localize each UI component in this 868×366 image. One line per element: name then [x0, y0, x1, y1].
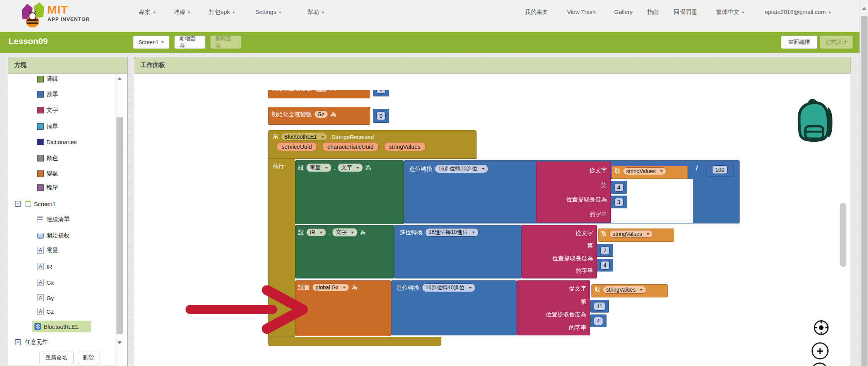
menu-projects[interactable]: 專案: [139, 9, 156, 16]
variable-dropdown[interactable]: stringValues: [623, 167, 666, 175]
component-dropdown[interactable]: 電量: [306, 163, 331, 172]
number-block[interactable]: 11: [590, 300, 609, 313]
menu-build-apk[interactable]: 打包apk: [209, 9, 235, 16]
tree-item-any-component[interactable]: + 任意元件: [15, 337, 48, 347]
page-scrollbar-thumb[interactable]: [861, 16, 868, 366]
delete-button[interactable]: 刪除: [78, 352, 99, 364]
menu-settings[interactable]: Settings: [255, 9, 282, 15]
palette-item-math[interactable]: 數學: [37, 89, 58, 99]
convert-mode-dropdown[interactable]: 16進位轉10進位: [422, 284, 475, 292]
convert-mode-dropdown[interactable]: 16進位轉10進位: [435, 165, 488, 173]
variable-name-field[interactable]: Gz: [314, 110, 328, 118]
palette-item-text[interactable]: 文字: [37, 105, 58, 115]
link-gallery[interactable]: Gallery: [614, 9, 633, 15]
convert-mode-dropdown[interactable]: 16進位轉10進位: [425, 228, 478, 237]
palette-item-dictionaries[interactable]: Dictionaries: [37, 137, 77, 146]
segment-text-block[interactable]: 從文字 第 位置提取長度為 的字串: [536, 162, 611, 223]
menu-language[interactable]: 繁体中文: [716, 9, 745, 16]
number-block[interactable]: 4: [590, 314, 607, 327]
palette-item-colors[interactable]: 顏色: [37, 153, 58, 163]
segment-text-block[interactable]: 從文字 第 位置提取長度為 的字串: [521, 225, 597, 278]
variable-dropdown[interactable]: stringValues: [609, 230, 653, 238]
param-stringvalues[interactable]: stringValues: [384, 142, 425, 151]
base-convert-block[interactable]: 進位轉換 16進位轉10進位: [391, 280, 517, 335]
logo-text-mit[interactable]: MIT: [47, 3, 68, 16]
tree-item-label-battery[interactable]: A電量: [37, 246, 58, 255]
component-dropdown[interactable]: IR: [306, 229, 326, 236]
canvas-scrollbar-thumb[interactable]: [840, 203, 846, 267]
link-report-issue[interactable]: 回報問題: [674, 9, 697, 16]
variable-dropdown[interactable]: global Gx: [312, 284, 349, 291]
property-dropdown[interactable]: 文字: [332, 228, 357, 237]
number-block[interactable]: 0: [373, 109, 389, 123]
form-icon: [25, 201, 31, 207]
get-stringvalues-block[interactable]: 取 stringValues: [598, 229, 674, 242]
designer-view-button[interactable]: 畫面編排: [781, 36, 817, 49]
set-ir-text-block[interactable]: 設 IR . 文字 為: [295, 225, 394, 278]
zoom-in-button[interactable]: +: [812, 342, 829, 359]
link-my-projects[interactable]: 我的專案: [525, 9, 548, 16]
event-block-bottom[interactable]: [268, 337, 441, 346]
param-characteristicuuid[interactable]: characteristicUuid: [322, 142, 378, 151]
logo-text-app-inventor[interactable]: APP INVENTOR: [48, 16, 90, 22]
palette-scrollbar[interactable]: [115, 74, 125, 366]
procedures-color-swatch-icon: [37, 184, 44, 191]
number-block[interactable]: 7: [597, 244, 613, 257]
property-dropdown[interactable]: 文字: [338, 163, 363, 172]
caret-down-icon: [660, 170, 663, 172]
number-block[interactable]: 4: [611, 181, 627, 194]
screen-selector-dropdown[interactable]: Screen1: [133, 36, 169, 49]
tree-item-button[interactable]: 開始接收: [37, 231, 70, 240]
palette-item-lists[interactable]: 清單: [37, 122, 58, 131]
page-scrollbar[interactable]: [859, 0, 868, 366]
add-screen-button[interactable]: 新增螢幕: [174, 36, 205, 49]
init-global-gy-block[interactable]: 初始化全域變數 Gy 為: [268, 90, 370, 98]
menu-connect[interactable]: 連線: [174, 9, 191, 16]
number-block[interactable]: 3: [611, 196, 627, 208]
scroll-up-icon[interactable]: [117, 77, 122, 80]
tree-item-label-ir[interactable]: AIR: [37, 262, 52, 271]
collapse-minus-icon[interactable]: −: [15, 201, 21, 207]
tree-item-listview[interactable]: 連線清單: [37, 215, 70, 224]
menu-account[interactable]: oplate2018@gmail.com: [765, 9, 831, 15]
tree-item-label-gz[interactable]: AGz: [37, 307, 54, 316]
component-dropdown[interactable]: BluetoothLE1: [281, 133, 328, 141]
expand-plus-icon[interactable]: +: [15, 339, 21, 345]
link-guide[interactable]: 指南: [647, 9, 659, 16]
variable-dropdown[interactable]: stringValues: [603, 286, 646, 294]
number-block[interactable]: 100: [706, 163, 734, 177]
tree-item-label-gx[interactable]: AGx: [37, 278, 54, 287]
scroll-up-icon[interactable]: [862, 7, 866, 10]
rename-button[interactable]: 重新命名: [39, 352, 74, 364]
link-view-trash[interactable]: View Trash: [567, 9, 596, 15]
base-convert-block[interactable]: 進位轉換 16進位轉10進位: [404, 162, 536, 223]
bluetooth-icon: [34, 323, 41, 330]
math-color-swatch-icon: [37, 91, 44, 98]
zoom-out-button[interactable]: −: [811, 363, 828, 366]
recenter-blocks-button[interactable]: [814, 320, 829, 335]
bluetooth-strings-received-event-block[interactable]: 當 BluetoothLE1 .StringsReceived serviceU…: [268, 130, 477, 159]
tree-item-screen1[interactable]: − Screen1: [15, 199, 56, 208]
param-serviceuuid[interactable]: serviceUuid: [277, 142, 317, 151]
segment-text-block[interactable]: 從文字 第 位置提取長度為 的字串: [517, 280, 590, 335]
dictionaries-color-swatch-icon: [37, 139, 44, 145]
scroll-down-icon[interactable]: [117, 341, 122, 344]
init-global-gz-block[interactable]: 初始化全域變數 Gz 為: [268, 107, 370, 125]
base-convert-block[interactable]: 進位轉換 16進位轉10進位: [394, 225, 521, 278]
number-block[interactable]: 4: [597, 259, 613, 271]
caret-down-icon: [188, 12, 191, 14]
blocks-canvas[interactable]: 初始化全域變數 Gy 為 0 初始化全域變數 Gz 為 0 當 Bluetoot…: [134, 90, 851, 366]
tree-item-label-gy[interactable]: AGy: [37, 293, 54, 302]
palette-item-variables[interactable]: 變數: [37, 169, 58, 178]
variable-name-field[interactable]: Gy: [314, 90, 328, 92]
get-stringvalues-block[interactable]: 取 stringValues: [591, 284, 668, 297]
palette-item-logic[interactable]: 邏輯: [37, 74, 58, 84]
palette-scrollbar-thumb[interactable]: [116, 117, 123, 334]
backpack-icon[interactable]: [794, 96, 840, 144]
menu-help[interactable]: 幫助: [308, 9, 325, 16]
set-battery-text-block[interactable]: 設 電量 . 文字 為: [295, 160, 404, 224]
get-stringvalues-block[interactable]: 取 stringValues: [612, 166, 688, 179]
palette-item-procedures[interactable]: 程序: [37, 183, 58, 192]
number-block[interactable]: 0: [373, 90, 389, 96]
tree-item-bluetoothle1[interactable]: BluetoothLE1: [34, 322, 79, 331]
